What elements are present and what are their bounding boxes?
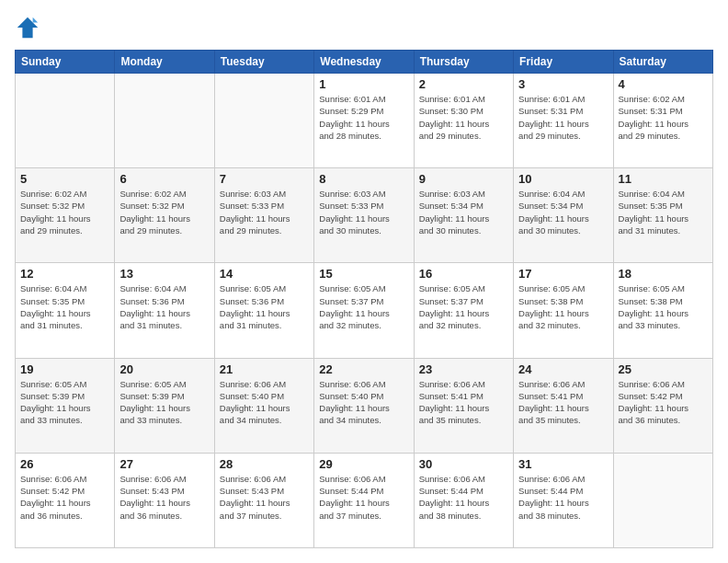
calendar-cell: 25Sunrise: 6:06 AM Sunset: 5:42 PM Dayli… xyxy=(613,358,712,453)
day-info: Sunrise: 6:05 AM Sunset: 5:39 PM Dayligh… xyxy=(20,378,109,427)
day-number: 12 xyxy=(20,267,109,281)
week-row-4: 26Sunrise: 6:06 AM Sunset: 5:42 PM Dayli… xyxy=(16,453,713,547)
weekday-header-saturday: Saturday xyxy=(613,51,712,74)
day-info: Sunrise: 6:06 AM Sunset: 5:40 PM Dayligh… xyxy=(319,378,408,427)
calendar-cell: 21Sunrise: 6:06 AM Sunset: 5:40 PM Dayli… xyxy=(214,358,313,453)
day-number: 16 xyxy=(419,267,508,281)
calendar-cell xyxy=(214,74,313,168)
calendar-cell: 28Sunrise: 6:06 AM Sunset: 5:43 PM Dayli… xyxy=(214,453,313,547)
calendar-cell: 14Sunrise: 6:05 AM Sunset: 5:36 PM Dayli… xyxy=(214,263,313,358)
calendar-cell xyxy=(16,74,115,168)
day-number: 15 xyxy=(319,267,408,281)
calendar-cell xyxy=(613,453,712,547)
day-number: 27 xyxy=(119,457,209,471)
day-number: 21 xyxy=(220,362,309,376)
day-number: 7 xyxy=(220,172,309,186)
day-number: 22 xyxy=(319,362,408,376)
day-info: Sunrise: 6:01 AM Sunset: 5:29 PM Dayligh… xyxy=(319,93,408,142)
day-info: Sunrise: 6:02 AM Sunset: 5:31 PM Dayligh… xyxy=(619,93,708,142)
day-number: 20 xyxy=(119,362,209,376)
day-info: Sunrise: 6:04 AM Sunset: 5:35 PM Dayligh… xyxy=(20,282,109,331)
logo-icon xyxy=(15,15,40,40)
day-info: Sunrise: 6:06 AM Sunset: 5:42 PM Dayligh… xyxy=(20,473,109,522)
day-info: Sunrise: 6:06 AM Sunset: 5:41 PM Dayligh… xyxy=(419,378,508,427)
day-info: Sunrise: 6:04 AM Sunset: 5:34 PM Dayligh… xyxy=(518,188,608,236)
day-number: 14 xyxy=(220,267,309,281)
calendar-cell: 3Sunrise: 6:01 AM Sunset: 5:31 PM Daylig… xyxy=(514,74,613,168)
calendar-cell: 18Sunrise: 6:05 AM Sunset: 5:38 PM Dayli… xyxy=(613,263,712,358)
svg-marker-1 xyxy=(33,17,39,23)
day-number: 13 xyxy=(119,267,209,281)
day-info: Sunrise: 6:06 AM Sunset: 5:43 PM Dayligh… xyxy=(119,473,209,522)
calendar-cell: 27Sunrise: 6:06 AM Sunset: 5:43 PM Dayli… xyxy=(115,453,214,547)
day-number: 30 xyxy=(419,457,508,471)
day-info: Sunrise: 6:06 AM Sunset: 5:40 PM Dayligh… xyxy=(220,378,309,427)
calendar-cell: 17Sunrise: 6:05 AM Sunset: 5:38 PM Dayli… xyxy=(514,263,613,358)
calendar-cell: 9Sunrise: 6:03 AM Sunset: 5:34 PM Daylig… xyxy=(414,168,513,263)
day-number: 18 xyxy=(619,267,708,281)
day-info: Sunrise: 6:05 AM Sunset: 5:37 PM Dayligh… xyxy=(319,282,408,331)
calendar-cell: 2Sunrise: 6:01 AM Sunset: 5:30 PM Daylig… xyxy=(414,74,513,168)
day-number: 19 xyxy=(20,362,109,376)
calendar-cell: 4Sunrise: 6:02 AM Sunset: 5:31 PM Daylig… xyxy=(613,74,712,168)
day-number: 17 xyxy=(518,267,608,281)
day-info: Sunrise: 6:01 AM Sunset: 5:30 PM Dayligh… xyxy=(419,93,508,142)
calendar-cell: 23Sunrise: 6:06 AM Sunset: 5:41 PM Dayli… xyxy=(414,358,513,453)
day-info: Sunrise: 6:06 AM Sunset: 5:44 PM Dayligh… xyxy=(419,473,508,522)
day-number: 11 xyxy=(619,172,708,186)
day-number: 8 xyxy=(319,172,408,186)
day-number: 28 xyxy=(220,457,309,471)
day-info: Sunrise: 6:05 AM Sunset: 5:38 PM Dayligh… xyxy=(518,282,608,331)
week-row-2: 12Sunrise: 6:04 AM Sunset: 5:35 PM Dayli… xyxy=(16,263,713,358)
day-number: 25 xyxy=(619,362,708,376)
calendar-cell: 7Sunrise: 6:03 AM Sunset: 5:33 PM Daylig… xyxy=(214,168,313,263)
calendar-cell: 11Sunrise: 6:04 AM Sunset: 5:35 PM Dayli… xyxy=(613,168,712,263)
calendar-cell: 29Sunrise: 6:06 AM Sunset: 5:44 PM Dayli… xyxy=(314,453,414,547)
calendar-cell: 31Sunrise: 6:06 AM Sunset: 5:44 PM Dayli… xyxy=(514,453,613,547)
day-number: 29 xyxy=(319,457,408,471)
day-info: Sunrise: 6:06 AM Sunset: 5:42 PM Dayligh… xyxy=(619,378,708,427)
day-info: Sunrise: 6:03 AM Sunset: 5:34 PM Dayligh… xyxy=(419,188,508,236)
day-number: 1 xyxy=(319,77,408,91)
calendar-cell: 5Sunrise: 6:02 AM Sunset: 5:32 PM Daylig… xyxy=(16,168,115,263)
day-number: 10 xyxy=(518,172,608,186)
week-row-0: 1Sunrise: 6:01 AM Sunset: 5:29 PM Daylig… xyxy=(16,74,713,168)
day-info: Sunrise: 6:02 AM Sunset: 5:32 PM Dayligh… xyxy=(119,188,209,236)
week-row-3: 19Sunrise: 6:05 AM Sunset: 5:39 PM Dayli… xyxy=(16,358,713,453)
logo xyxy=(15,15,44,40)
day-number: 6 xyxy=(119,172,209,186)
day-number: 23 xyxy=(419,362,508,376)
day-number: 26 xyxy=(20,457,109,471)
day-info: Sunrise: 6:04 AM Sunset: 5:36 PM Dayligh… xyxy=(119,282,209,331)
day-info: Sunrise: 6:04 AM Sunset: 5:35 PM Dayligh… xyxy=(619,188,708,236)
calendar-cell: 6Sunrise: 6:02 AM Sunset: 5:32 PM Daylig… xyxy=(115,168,214,263)
day-number: 4 xyxy=(619,77,708,91)
calendar-cell: 22Sunrise: 6:06 AM Sunset: 5:40 PM Dayli… xyxy=(314,358,414,453)
day-info: Sunrise: 6:03 AM Sunset: 5:33 PM Dayligh… xyxy=(319,188,408,236)
calendar-cell: 10Sunrise: 6:04 AM Sunset: 5:34 PM Dayli… xyxy=(514,168,613,263)
calendar-cell: 15Sunrise: 6:05 AM Sunset: 5:37 PM Dayli… xyxy=(314,263,414,358)
calendar-cell: 12Sunrise: 6:04 AM Sunset: 5:35 PM Dayli… xyxy=(16,263,115,358)
calendar-cell: 8Sunrise: 6:03 AM Sunset: 5:33 PM Daylig… xyxy=(314,168,414,263)
week-row-1: 5Sunrise: 6:02 AM Sunset: 5:32 PM Daylig… xyxy=(16,168,713,263)
calendar-cell: 1Sunrise: 6:01 AM Sunset: 5:29 PM Daylig… xyxy=(314,74,414,168)
day-number: 9 xyxy=(419,172,508,186)
page: SundayMondayTuesdayWednesdayThursdayFrid… xyxy=(0,0,728,563)
weekday-header-sunday: Sunday xyxy=(16,51,115,74)
day-info: Sunrise: 6:05 AM Sunset: 5:39 PM Dayligh… xyxy=(119,378,209,427)
weekday-header-monday: Monday xyxy=(115,51,214,74)
day-info: Sunrise: 6:05 AM Sunset: 5:38 PM Dayligh… xyxy=(619,282,708,331)
calendar-cell: 19Sunrise: 6:05 AM Sunset: 5:39 PM Dayli… xyxy=(16,358,115,453)
calendar-cell xyxy=(115,74,214,168)
weekday-header-row: SundayMondayTuesdayWednesdayThursdayFrid… xyxy=(16,51,713,74)
calendar-table: SundayMondayTuesdayWednesdayThursdayFrid… xyxy=(15,50,713,548)
day-info: Sunrise: 6:05 AM Sunset: 5:36 PM Dayligh… xyxy=(220,282,309,331)
calendar-cell: 16Sunrise: 6:05 AM Sunset: 5:37 PM Dayli… xyxy=(414,263,513,358)
calendar-cell: 30Sunrise: 6:06 AM Sunset: 5:44 PM Dayli… xyxy=(414,453,513,547)
weekday-header-wednesday: Wednesday xyxy=(314,51,414,74)
day-info: Sunrise: 6:06 AM Sunset: 5:41 PM Dayligh… xyxy=(518,378,608,427)
day-number: 31 xyxy=(518,457,608,471)
day-number: 3 xyxy=(518,77,608,91)
calendar-cell: 20Sunrise: 6:05 AM Sunset: 5:39 PM Dayli… xyxy=(115,358,214,453)
day-info: Sunrise: 6:06 AM Sunset: 5:43 PM Dayligh… xyxy=(220,473,309,522)
